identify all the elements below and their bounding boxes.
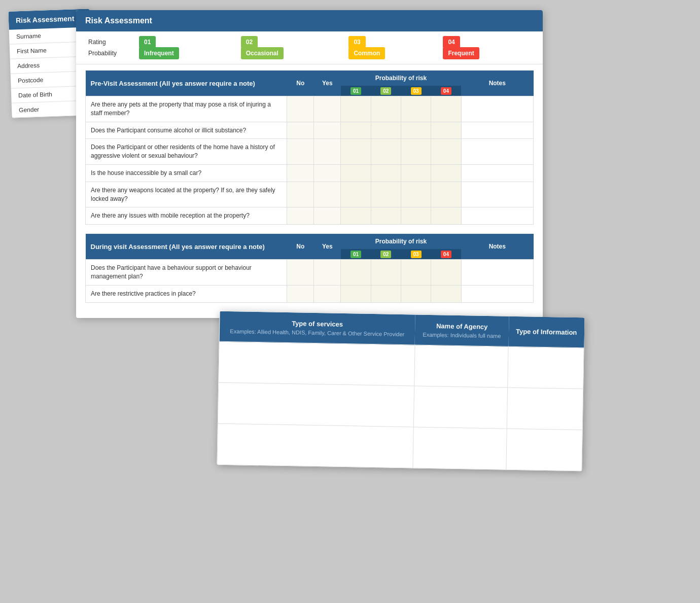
during-q2-p01[interactable] [341, 285, 371, 302]
table-row: Does the Participant have a behaviour su… [86, 260, 534, 286]
during-q1-yes[interactable] [314, 260, 341, 286]
during-no-header: No [287, 234, 314, 260]
pre-q5-p04[interactable] [431, 182, 461, 207]
pre-q1-p02[interactable] [371, 96, 401, 122]
during-q2-p02[interactable] [371, 285, 401, 302]
pre-q4-p02[interactable] [371, 164, 401, 182]
legend-table: Rating 01 02 03 04 Probability Infrequen… [85, 37, 534, 59]
pre-q6-p01[interactable] [341, 207, 371, 225]
pre-q1-p03[interactable] [401, 96, 431, 122]
during-q1-no[interactable] [287, 260, 314, 286]
pre-q5-p02[interactable] [371, 182, 401, 207]
during-q1: Does the Participant have a behaviour su… [86, 260, 287, 286]
during-q1-p01[interactable] [341, 260, 371, 286]
pre-q5-p03[interactable] [401, 182, 431, 207]
legend-section: Rating 01 02 03 04 Probability Infrequen… [76, 31, 543, 64]
table-row: Are there restrictive practices in place… [86, 285, 534, 302]
agency-name-cell-2[interactable] [413, 386, 508, 429]
pre-sub-01: 01 [341, 86, 371, 96]
services-card: Type of services Examples: Allied Health… [217, 311, 584, 472]
pre-q4-no[interactable] [287, 164, 314, 182]
during-q2-yes[interactable] [314, 285, 341, 302]
pre-q5-no[interactable] [287, 182, 314, 207]
pre-q1-p01[interactable] [341, 96, 371, 122]
pre-q2-yes[interactable] [314, 122, 341, 139]
pre-q6-p03[interactable] [401, 207, 431, 225]
services-type-cell-2[interactable] [218, 382, 414, 427]
pre-q1-p04[interactable] [431, 96, 461, 122]
during-sub-01: 01 [341, 249, 371, 260]
pre-q1-yes[interactable] [314, 96, 341, 122]
pre-q3-p04[interactable] [431, 139, 461, 165]
pre-q4-p03[interactable] [401, 164, 431, 182]
during-q2-p04[interactable] [431, 285, 461, 302]
assessment-section: Pre-Visit Assessment (All yes answer req… [76, 64, 543, 318]
pre-q1: Are there any pets at the property that … [86, 96, 287, 122]
during-sub-02: 02 [371, 249, 401, 260]
pre-no-header: No [287, 70, 314, 96]
pre-q5-yes[interactable] [314, 182, 341, 207]
pre-q2-p01[interactable] [341, 122, 371, 139]
during-q1-p04[interactable] [431, 260, 461, 286]
agency-name-header: Name of Agency Examples: Individuals ful… [415, 314, 509, 346]
pre-q6-yes[interactable] [314, 207, 341, 225]
pre-q3-p01[interactable] [341, 139, 371, 165]
rating-02: 02 [241, 36, 258, 48]
pre-q5-p01[interactable] [341, 182, 371, 207]
pre-q1-no[interactable] [287, 96, 314, 122]
pre-q4-p01[interactable] [341, 164, 371, 182]
services-type-cell-1[interactable] [219, 341, 415, 386]
during-q2-no[interactable] [287, 285, 314, 302]
during-q2-notes[interactable] [461, 285, 533, 302]
during-visit-header: During visit Assessment (All yes answer … [86, 234, 287, 260]
pre-sub-04: 04 [431, 86, 461, 96]
during-q1-p03[interactable] [401, 260, 431, 286]
during-sub-04: 04 [431, 249, 461, 260]
pre-q3-yes[interactable] [314, 139, 341, 165]
pre-q6-p04[interactable] [431, 207, 461, 225]
pre-q6-no[interactable] [287, 207, 314, 225]
pre-q2-notes[interactable] [461, 122, 533, 139]
pre-q3: Does the Participant or other residents … [86, 139, 287, 165]
info-type-cell-3[interactable] [506, 429, 582, 471]
pre-yes-header: Yes [314, 70, 341, 96]
pre-q4-p04[interactable] [431, 164, 461, 182]
pre-prob-header: Probability of risk [341, 70, 461, 86]
during-prob-header: Probability of risk [341, 234, 461, 249]
pre-q3-notes[interactable] [461, 139, 533, 165]
table-row: Does the Participant consume alcohol or … [86, 122, 534, 139]
prob-occasional: Occasional [241, 47, 284, 59]
risk-assessment-card: Risk Assessment Rating 01 02 03 04 Proba… [76, 10, 543, 318]
pre-q3-p02[interactable] [371, 139, 401, 165]
agency-name-cell-1[interactable] [414, 345, 508, 387]
during-q1-notes[interactable] [461, 260, 533, 286]
prob-frequent: Frequent [443, 47, 479, 59]
info-type-cell-1[interactable] [508, 346, 584, 389]
pre-q6-p02[interactable] [371, 207, 401, 225]
pre-q5-notes[interactable] [461, 182, 533, 207]
rating-label: Rating [85, 37, 136, 48]
during-sub-03: 03 [401, 249, 431, 260]
agency-name-cell-3[interactable] [413, 427, 507, 470]
during-visit-table: During visit Assessment (All yes answer … [85, 234, 534, 302]
risk-card-title: Risk Assessment [76, 10, 543, 31]
pre-q6: Are there any issues with mobile recepti… [86, 207, 287, 225]
probability-label: Probability [85, 48, 136, 59]
during-q2-p03[interactable] [401, 285, 431, 302]
pre-q3-p03[interactable] [401, 139, 431, 165]
pre-q2-p04[interactable] [431, 122, 461, 139]
pre-q6-notes[interactable] [461, 207, 533, 225]
pre-q1-notes[interactable] [461, 96, 533, 122]
pre-q3-no[interactable] [287, 139, 314, 165]
pre-q2-p02[interactable] [371, 122, 401, 139]
pre-q2-no[interactable] [287, 122, 314, 139]
during-yes-header: Yes [314, 234, 341, 260]
rating-01: 01 [139, 36, 156, 48]
pre-q2-p03[interactable] [401, 122, 431, 139]
table-row: Is the house inaccessible by a small car… [86, 164, 534, 182]
pre-q4-notes[interactable] [461, 164, 533, 182]
info-type-cell-2[interactable] [507, 387, 583, 430]
services-type-cell-3[interactable] [217, 423, 413, 468]
during-q1-p02[interactable] [371, 260, 401, 286]
pre-q4-yes[interactable] [314, 164, 341, 182]
